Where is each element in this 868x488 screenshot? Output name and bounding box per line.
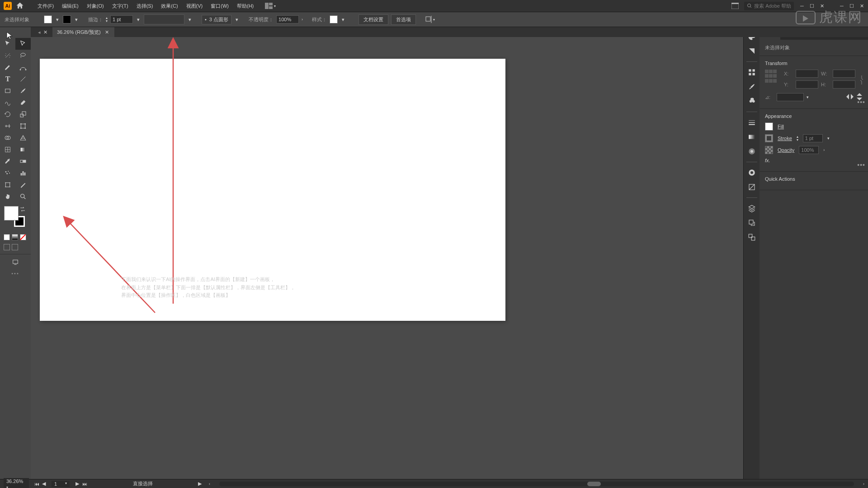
width-tool[interactable]	[0, 120, 15, 132]
none-mode-icon[interactable]	[20, 234, 26, 240]
opacity-input[interactable]	[276, 15, 299, 23]
fill-swatch[interactable]	[44, 15, 52, 23]
draw-normal-icon[interactable]	[4, 244, 10, 250]
flip-h-icon[interactable]	[846, 94, 854, 101]
hand-tool[interactable]	[0, 191, 15, 202]
lasso-tool[interactable]	[15, 50, 31, 61]
dash-dd-icon[interactable]: ▾	[234, 17, 240, 22]
gradient-tool[interactable]	[15, 144, 31, 155]
color-guide-panel-icon[interactable]	[746, 45, 758, 57]
search-box[interactable]: 搜索 Adobe 帮助	[744, 2, 794, 10]
blend-tool[interactable]	[15, 155, 31, 167]
document-tab[interactable]: 36.26% (RGB/预览) ✕	[52, 27, 114, 37]
magic-wand-tool[interactable]	[0, 50, 15, 61]
brushes-panel-icon[interactable]	[746, 81, 758, 93]
column-graph-tool[interactable]	[15, 167, 31, 179]
doc-tab-close-left-icon[interactable]: ✕	[42, 29, 48, 35]
h-input[interactable]	[833, 80, 855, 89]
appearance-opacity-swatch[interactable]	[765, 146, 773, 154]
shape-builder-tool[interactable]	[0, 132, 15, 144]
stroke-stepper-icon[interactable]: ▴▾	[106, 16, 108, 23]
menu-file[interactable]: 文件(F)	[33, 0, 58, 12]
horizontal-scrollbar[interactable]	[219, 482, 854, 486]
eyedropper-tool[interactable]	[0, 155, 15, 167]
artboards-panel-icon[interactable]	[746, 231, 758, 243]
brush-dd-icon[interactable]: ▾	[187, 17, 193, 22]
appearance-panel-icon[interactable]	[746, 167, 758, 178]
x-input[interactable]	[796, 70, 818, 78]
curvature-tool[interactable]	[15, 61, 31, 73]
stroke-weight-input[interactable]	[110, 15, 133, 23]
edit-toolbar-icon[interactable]: •••	[0, 268, 31, 279]
zoom-tool[interactable]	[15, 191, 31, 202]
y-input[interactable]	[796, 80, 818, 89]
opacity-flyout-icon[interactable]: ›	[302, 17, 303, 22]
next-artboard-icon[interactable]: ▶	[74, 481, 80, 487]
direct-selection-tool[interactable]	[15, 38, 31, 50]
pen-tool[interactable]	[0, 61, 15, 73]
workspace-switcher-icon[interactable]	[730, 1, 741, 10]
shaper-tool[interactable]	[0, 97, 15, 108]
menu-edit[interactable]: 编辑(E)	[58, 0, 83, 12]
align-icon[interactable]: ▾	[425, 16, 435, 23]
canvas-area[interactable]: 下面我们来认识一下AI的操作界面，点击AI界面的【新建】一个画板， 在界面上方是…	[31, 37, 743, 479]
stroke-stepper2-icon[interactable]: ▴▾	[797, 135, 798, 141]
stroke-panel-icon[interactable]	[746, 117, 758, 128]
artboard-number[interactable]: 1 ▾	[52, 481, 70, 487]
appearance-stroke-input[interactable]	[803, 134, 823, 142]
slice-tool[interactable]	[15, 179, 31, 191]
fx-label[interactable]: fx.	[765, 158, 770, 163]
first-artboard-icon[interactable]: ⏮	[33, 481, 40, 487]
style-swatch[interactable]	[330, 15, 338, 23]
arrange-docs-icon[interactable]: ▾	[265, 1, 276, 10]
home-icon[interactable]	[15, 1, 24, 10]
color-mode-icon[interactable]	[4, 234, 10, 240]
menu-view[interactable]: 视图(V)	[182, 0, 207, 12]
scroll-play-icon[interactable]: ▶	[198, 481, 202, 487]
scale-tool[interactable]	[15, 108, 31, 120]
draw-behind-icon[interactable]	[12, 244, 18, 250]
style-dd-icon[interactable]: ▾	[340, 17, 346, 22]
fill-stroke-control[interactable]	[4, 206, 27, 229]
menu-select[interactable]: 选择(S)	[132, 0, 157, 12]
appearance-opacity-input[interactable]	[799, 146, 819, 154]
graphic-styles-panel-icon[interactable]	[746, 181, 758, 193]
gradient-mode-icon[interactable]	[12, 234, 18, 240]
sub-minimize-icon[interactable]: ─	[797, 2, 807, 9]
screen-mode-icon[interactable]	[0, 256, 31, 268]
paintbrush-tool[interactable]	[15, 85, 31, 97]
stroke-swatch[interactable]	[63, 15, 71, 23]
perspective-grid-tool[interactable]	[15, 132, 31, 144]
sub-maximize-icon[interactable]: ☐	[807, 2, 816, 9]
type-tool[interactable]: T	[0, 73, 15, 85]
link-wh-icon[interactable]	[859, 75, 864, 86]
eraser-tool[interactable]	[15, 97, 31, 108]
line-tool[interactable]	[15, 73, 31, 85]
last-artboard-icon[interactable]: ⏭	[81, 481, 88, 487]
doc-tab-close-icon[interactable]: ✕	[104, 29, 110, 35]
transparency-panel-icon[interactable]	[746, 145, 758, 157]
artboard-tool[interactable]	[0, 179, 15, 191]
brush-preview[interactable]	[144, 14, 184, 24]
rotate-tool[interactable]	[0, 108, 15, 120]
menu-effect[interactable]: 效果(C)	[157, 0, 182, 12]
swatches-panel-icon[interactable]	[746, 66, 758, 78]
document-setup-button[interactable]: 文档设置	[359, 14, 388, 25]
menu-object[interactable]: 对象(O)	[83, 0, 108, 12]
stroke-dd-icon[interactable]: ▾	[136, 17, 141, 22]
w-input[interactable]	[833, 70, 855, 78]
transform-more-icon[interactable]: •••	[857, 99, 865, 106]
stroke-dropdown-icon[interactable]: ▾	[74, 17, 79, 22]
free-transform-tool[interactable]	[15, 120, 31, 132]
prev-artboard-icon[interactable]: ◀	[41, 481, 47, 487]
menu-window[interactable]: 窗口(W)	[207, 0, 233, 12]
appearance-more-icon[interactable]: •••	[857, 161, 865, 169]
angle-input[interactable]	[777, 93, 804, 101]
reference-point-grid[interactable]	[765, 70, 777, 83]
minimize-icon[interactable]: ─	[837, 2, 846, 9]
asset-export-panel-icon[interactable]	[746, 217, 758, 229]
fill-color-box[interactable]	[4, 206, 19, 221]
swap-fill-stroke-icon[interactable]	[19, 206, 26, 212]
menu-type[interactable]: 文字(T)	[108, 0, 132, 12]
menu-help[interactable]: 帮助(H)	[233, 0, 258, 12]
